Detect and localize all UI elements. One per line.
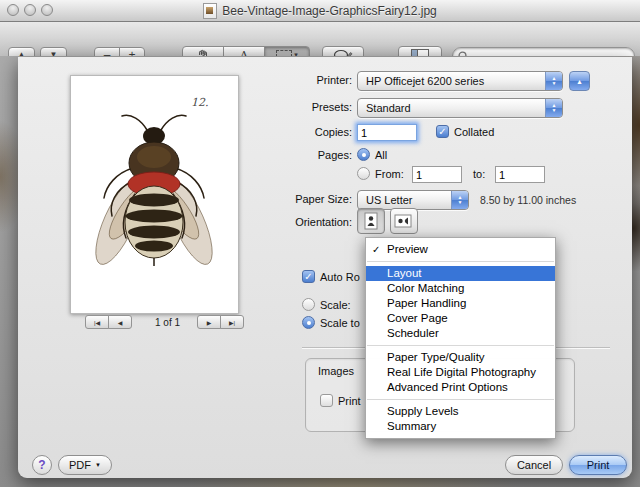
zoom-window-icon[interactable]: [41, 4, 53, 16]
orientation-label: Orientation:: [232, 216, 352, 228]
orientation-portrait-button[interactable]: [357, 208, 385, 234]
printer-value: HP Officejet 6200 series: [366, 75, 484, 87]
collated-checkbox[interactable]: ✓: [436, 125, 449, 138]
menu-item-paper-type-quality[interactable]: Paper Type/Quality: [366, 350, 555, 365]
window-title-area: Bee-Vintage-Image-GraphicsFairy12.jpg: [203, 3, 437, 19]
copies-input[interactable]: [357, 124, 417, 141]
next-page-icon: ▶: [207, 319, 212, 326]
preview-window: Bee-Vintage-Image-GraphicsFairy12.jpg ▲ …: [0, 0, 640, 487]
menu-item-paper-handling[interactable]: Paper Handling: [366, 296, 555, 311]
menu-item-color-matching[interactable]: Color Matching: [366, 281, 555, 296]
next-page-button-nav[interactable]: ▶: [197, 315, 221, 329]
last-page-button[interactable]: ▶|: [220, 315, 244, 329]
collapse-sheet-button[interactable]: ▲: [569, 71, 590, 91]
copies-label: Copies:: [232, 126, 352, 138]
popup-arrows-icon: ▲▼: [545, 99, 562, 117]
collapse-arrow-icon: ▲: [576, 78, 583, 85]
print-images-checkbox[interactable]: [320, 394, 333, 407]
last-page-icon: ▶|: [229, 319, 235, 326]
menu-item-layout[interactable]: Layout: [366, 266, 555, 281]
scale-radio[interactable]: [302, 298, 315, 311]
checkmark-icon: ✓: [304, 271, 312, 282]
print-preview-page: 12.: [70, 75, 239, 314]
landscape-icon: [394, 214, 414, 228]
menu-item-cover-page[interactable]: Cover Page: [366, 311, 555, 326]
titlebar: Bee-Vintage-Image-GraphicsFairy12.jpg: [0, 0, 640, 22]
menu-item-supply-levels[interactable]: Supply Levels: [366, 404, 555, 419]
pdf-caret-icon: ▼: [95, 462, 101, 468]
help-icon: ?: [38, 458, 45, 472]
auto-rotate-checkbox[interactable]: ✓: [302, 270, 315, 283]
paper-size-value: US Letter: [366, 194, 412, 206]
printer-label: Printer:: [232, 74, 352, 86]
bee-illustration: 12.: [71, 76, 238, 313]
window-controls: [7, 4, 53, 16]
scale-label: Scale:: [320, 299, 351, 311]
pages-all-radio[interactable]: [357, 148, 370, 161]
scale-to-fit-label: Scale to: [320, 317, 360, 329]
cancel-button[interactable]: Cancel: [505, 455, 563, 475]
pdf-button-label: PDF: [69, 459, 91, 471]
first-page-icon: |◀: [94, 319, 100, 326]
menu-item-summary[interactable]: Summary: [366, 419, 555, 434]
auto-rotate-label: Auto Ro: [320, 271, 360, 283]
menu-item-advanced-print-options[interactable]: Advanced Print Options: [366, 380, 555, 395]
pages-from-radio[interactable]: [357, 167, 370, 180]
window-background: 12.: [0, 56, 640, 487]
close-icon[interactable]: [7, 4, 19, 16]
presets-popup[interactable]: Standard ▲▼: [357, 98, 563, 118]
menu-separator: [367, 399, 554, 400]
print-button[interactable]: Print: [569, 455, 627, 475]
print-button-label: Print: [587, 459, 610, 471]
menu-item-preview[interactable]: ✓ Preview: [366, 242, 555, 257]
pdf-menu-button[interactable]: PDF ▼: [58, 455, 112, 475]
cancel-button-label: Cancel: [517, 459, 551, 471]
menu-item-real-life-digital-photography[interactable]: Real Life Digital Photography: [366, 365, 555, 380]
pages-to-label: to:: [473, 168, 485, 180]
printer-popup[interactable]: HP Officejet 6200 series ▲▼: [357, 71, 563, 91]
print-panes-menu: ✓ Preview Layout Color Matching Paper Ha…: [365, 237, 556, 439]
print-dialog-sheet: 12.: [18, 57, 632, 478]
paper-size-info: 8.50 by 11.00 inches: [480, 194, 576, 206]
checkmark-icon: ✓: [438, 126, 446, 137]
pages-to-input[interactable]: [495, 166, 545, 183]
menu-separator: [367, 345, 554, 346]
figure-number: 12.: [191, 96, 209, 109]
portrait-icon: [364, 212, 378, 230]
scale-to-fit-radio[interactable]: [302, 316, 315, 329]
menu-check-icon: ✓: [372, 242, 380, 257]
pages-all-label: All: [375, 149, 387, 161]
first-page-button[interactable]: |◀: [85, 315, 109, 329]
page-indicator: 1 of 1: [140, 317, 195, 328]
pages-label: Pages:: [232, 149, 352, 161]
popup-arrows-icon: ▲▼: [545, 72, 562, 90]
orientation-landscape-button[interactable]: [390, 208, 418, 234]
help-button[interactable]: ?: [32, 455, 52, 475]
images-group-label: Images: [318, 365, 354, 377]
presets-label: Presets:: [232, 101, 352, 113]
popup-arrows-icon: ▲▼: [451, 191, 468, 209]
menu-separator: [367, 261, 554, 262]
pages-from-label: From:: [375, 168, 404, 180]
pages-from-input[interactable]: [412, 166, 462, 183]
prev-page-icon: ◀: [118, 319, 123, 326]
collated-label: Collated: [454, 126, 494, 138]
print-images-label: Print: [338, 395, 361, 407]
paper-size-label: Paper Size:: [232, 193, 352, 205]
toolbar: ▲ ▼ Previous Next – + Zoom A ▾ Move Text…: [0, 22, 640, 57]
paper-size-popup[interactable]: US Letter ▲▼: [357, 190, 469, 210]
document-icon: [203, 3, 217, 19]
minimize-icon[interactable]: [24, 4, 36, 16]
presets-value: Standard: [366, 102, 411, 114]
menu-item-scheduler[interactable]: Scheduler: [366, 326, 555, 341]
window-title: Bee-Vintage-Image-GraphicsFairy12.jpg: [222, 4, 437, 18]
prev-page-button[interactable]: ◀: [108, 315, 132, 329]
